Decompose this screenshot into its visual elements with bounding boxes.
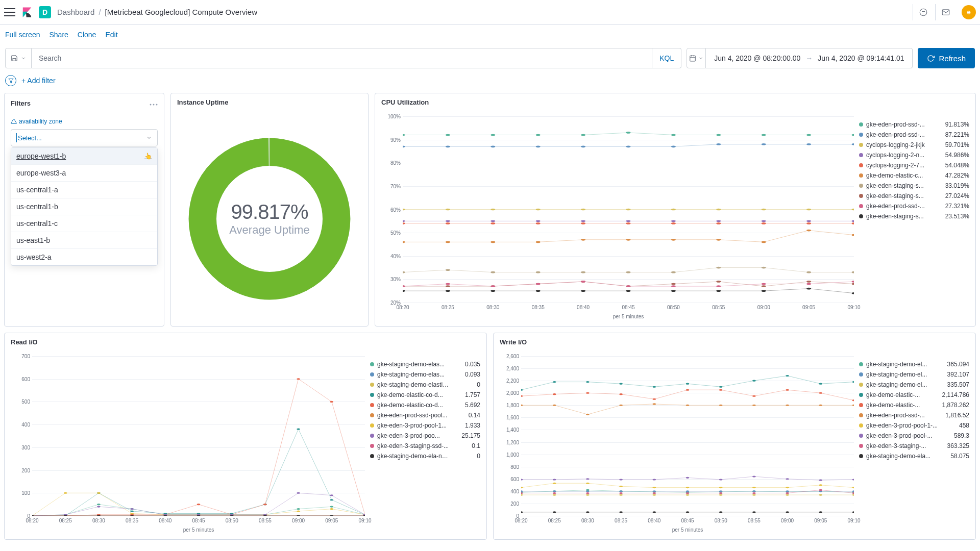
- legend-item[interactable]: gke-eden-prod-ssd-pool...0.14: [370, 410, 480, 420]
- svg-point-114: [536, 290, 541, 292]
- legend-value: 27.024%: [943, 192, 969, 199]
- legend-item[interactable]: gke-eden-3-prod-pool-1...1.933: [370, 420, 480, 431]
- svg-point-116: [626, 290, 631, 292]
- menu-icon[interactable]: [4, 8, 15, 17]
- svg-point-67: [403, 241, 405, 243]
- legend-item[interactable]: cyclops-logging-2-7...54.048%: [859, 160, 969, 170]
- clone-link[interactable]: Clone: [78, 31, 96, 39]
- legend-item[interactable]: gke-staging-demo-ela-nap-...0: [370, 451, 480, 461]
- writeio-panel: Write I/O 2,6002,4002,2002,0001,8001,600…: [493, 333, 976, 540]
- svg-point-44: [852, 209, 854, 211]
- svg-point-56: [403, 222, 405, 224]
- search-input[interactable]: Search: [32, 48, 652, 68]
- dropdown-option[interactable]: us-central1-b: [11, 198, 157, 215]
- readio-chart[interactable]: 7006005004003002001000: [11, 356, 365, 516]
- avatar[interactable]: e: [962, 5, 976, 19]
- dropdown-option[interactable]: us-east1-b: [11, 232, 157, 249]
- legend-item[interactable]: gke-eden-3-prod-pool-...589.3: [859, 431, 969, 441]
- legend-item[interactable]: gke-demo-elastic-co-d...5.692: [370, 400, 480, 410]
- legend-item[interactable]: gke-eden-3-staging-...363.325: [859, 441, 969, 451]
- legend-item[interactable]: cyclops-logging-2-jkjk59.701%: [859, 140, 969, 150]
- legend-item[interactable]: gke-eden-staging-s...33.019%: [859, 181, 969, 191]
- date-range[interactable]: Jun 4, 2020 @ 08:20:00.00 → Jun 4, 2020 …: [706, 48, 913, 68]
- app-badge[interactable]: D: [39, 6, 51, 18]
- dropdown-option[interactable]: us-west2-a: [11, 249, 157, 265]
- legend-item[interactable]: gke-eden-prod-ssd-...27.321%: [859, 201, 969, 211]
- legend-item[interactable]: gke-staging-demo-el...392.107: [859, 369, 969, 380]
- panel-options-icon[interactable]: [150, 98, 158, 108]
- legend-item[interactable]: gke-staging-demo-el...365.094: [859, 359, 969, 369]
- legend-dot: [859, 173, 863, 178]
- legend-item[interactable]: gke-eden-staging-s...23.513%: [859, 211, 969, 221]
- svg-point-254: [521, 494, 523, 496]
- svg-point-87: [806, 271, 811, 273]
- kql-toggle[interactable]: KQL: [652, 48, 681, 68]
- legend-item[interactable]: gke-eden-3-staging-ssd-...0.1: [370, 441, 480, 451]
- dropdown-option[interactable]: europe-west1-b 👆: [11, 148, 157, 165]
- legend-dot: [859, 372, 863, 377]
- legend-name: gke-demo-elastic-...: [866, 391, 939, 398]
- legend-item[interactable]: gke-eden-3-prod-pool-1-...458: [859, 420, 969, 431]
- legend-name: gke-eden-3-staging-ssd-...: [377, 442, 451, 449]
- svg-point-289: [586, 414, 590, 415]
- svg-point-286: [852, 399, 854, 401]
- kibana-logo-icon[interactable]: [21, 7, 33, 18]
- writeio-chart[interactable]: 2,6002,4002,2002,0001,8001,6001,4001,200…: [500, 356, 854, 516]
- legend-item[interactable]: gke-staging-demo-el...335.507: [859, 380, 969, 390]
- legend-name: gke-demo-elastic-...: [866, 402, 939, 409]
- legend-value: 0.093: [454, 371, 480, 378]
- svg-point-99: [852, 283, 854, 285]
- filter-toggle-icon[interactable]: [5, 75, 16, 86]
- add-filter-button[interactable]: + Add filter: [21, 77, 56, 85]
- svg-point-171: [197, 504, 201, 505]
- svg-point-273: [786, 375, 789, 377]
- svg-point-335: [653, 511, 656, 513]
- dropdown-option[interactable]: us-central1-a: [11, 182, 157, 198]
- mail-icon[interactable]: [935, 4, 955, 20]
- fullscreen-link[interactable]: Full screen: [5, 31, 40, 39]
- svg-point-310: [553, 479, 556, 480]
- svg-point-48: [536, 220, 541, 222]
- svg-point-327: [752, 492, 756, 494]
- svg-point-35: [446, 209, 450, 211]
- svg-point-302: [653, 487, 656, 488]
- availability-zone-select[interactable]: Select...: [11, 129, 158, 146]
- legend-item[interactable]: gke-eden-3-prod-poo...25.175: [370, 431, 480, 441]
- dropdown-option[interactable]: europe-west3-a: [11, 165, 157, 182]
- svg-point-80: [491, 271, 495, 273]
- legend-item[interactable]: gke-eden-prod-ssd-...91.813%: [859, 119, 969, 130]
- legend-item[interactable]: gke-demo-elastic-...1,878.262: [859, 400, 969, 410]
- breadcrumb-root[interactable]: Dashboard: [57, 8, 94, 16]
- svg-point-113: [491, 290, 495, 292]
- legend-item[interactable]: gke-demo-elastic-...2,114.786: [859, 390, 969, 400]
- breadcrumb-separator: /: [99, 8, 101, 16]
- calendar-button[interactable]: [687, 48, 706, 68]
- refresh-button[interactable]: Refresh: [918, 48, 975, 68]
- legend-item[interactable]: cyclops-logging-2-n...54.986%: [859, 150, 969, 160]
- svg-point-275: [852, 381, 854, 383]
- legend-item[interactable]: gke-staging-demo-elastic-d...0: [370, 380, 480, 390]
- arrow-icon: →: [805, 54, 813, 62]
- legend-item[interactable]: gke-demo-elastic-co-d...1.757: [370, 390, 480, 400]
- legend-item[interactable]: gke-staging-demo-elas...0.035: [370, 359, 480, 369]
- legend-item[interactable]: gke-eden-staging-s...27.024%: [859, 191, 969, 201]
- svg-point-266: [553, 381, 556, 383]
- svg-point-19: [716, 134, 721, 136]
- dropdown-option[interactable]: us-central1-c: [11, 215, 157, 232]
- svg-point-173: [263, 504, 267, 505]
- legend-name: gke-eden-prod-ssd-...: [866, 203, 940, 210]
- saved-query-button[interactable]: [5, 48, 32, 68]
- legend-item[interactable]: gke-eden-prod-ssd-...87.221%: [859, 130, 969, 140]
- share-link[interactable]: Share: [49, 31, 68, 39]
- legend-value: 91.813%: [943, 121, 969, 128]
- feedback-icon[interactable]: [913, 4, 933, 20]
- cpu-legend: gke-eden-prod-ssd-...91.813%gke-eden-pro…: [859, 116, 969, 321]
- legend-item[interactable]: gke-staging-demo-elas...0.093: [370, 369, 480, 380]
- svg-point-66: [852, 222, 854, 224]
- svg-point-40: [671, 209, 676, 211]
- legend-item[interactable]: gke-staging-demo-ela...58.075: [859, 451, 969, 461]
- legend-item[interactable]: gke-eden-prod-ssd-...1,816.52: [859, 410, 969, 420]
- edit-link[interactable]: Edit: [105, 31, 117, 39]
- cpu-chart[interactable]: 100%90%80%70%60%50%40%30%20%: [381, 116, 854, 303]
- legend-item[interactable]: gke-demo-elastic-c...47.282%: [859, 170, 969, 181]
